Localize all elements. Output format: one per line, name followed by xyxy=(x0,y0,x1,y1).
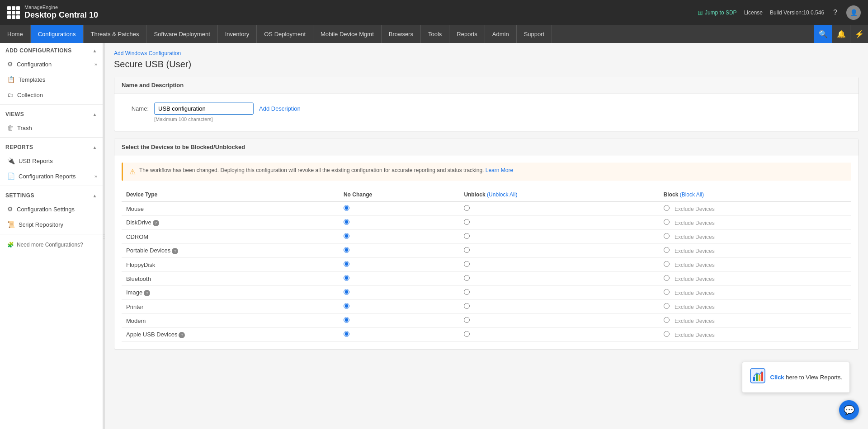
add-description-link[interactable]: Add Description xyxy=(259,103,301,112)
exclude-devices-link[interactable]: Exclude Devices xyxy=(673,248,715,254)
sidebar-item-templates[interactable]: 📋 Templates xyxy=(0,72,103,87)
no-change-radio[interactable] xyxy=(344,275,349,281)
nav-admin[interactable]: Admin xyxy=(485,25,517,43)
no-change-cell xyxy=(339,258,459,272)
help-icon[interactable]: ? xyxy=(153,220,159,226)
jump-to-sdp[interactable]: ⊞ Jump to SDP xyxy=(698,9,737,16)
help-icon[interactable]: ? xyxy=(172,248,178,254)
nav-threats-patches[interactable]: Threats & Patches xyxy=(84,25,147,43)
sidebar-item-configuration[interactable]: ⚙ Configuration » xyxy=(0,56,103,72)
need-more-configs[interactable]: 🧩 Need more Configurations? xyxy=(0,236,103,253)
no-change-radio[interactable] xyxy=(344,289,349,295)
sidebar-reports-header[interactable]: Reports ▲ xyxy=(0,140,103,153)
block-radio[interactable] xyxy=(664,233,670,239)
breadcrumb[interactable]: Add Windows Configuration xyxy=(114,50,859,56)
nav-tools[interactable]: Tools xyxy=(421,25,449,43)
sidebar-item-trash[interactable]: 🗑 Trash xyxy=(0,120,103,135)
search-button[interactable]: 🔍 xyxy=(814,25,832,43)
unblock-radio[interactable] xyxy=(464,275,470,281)
exclude-devices-link[interactable]: Exclude Devices xyxy=(673,304,715,310)
block-radio[interactable] xyxy=(664,247,670,253)
exclude-devices-link[interactable]: Exclude Devices xyxy=(673,332,715,338)
no-change-radio[interactable] xyxy=(344,205,349,211)
block-radio[interactable] xyxy=(664,289,670,295)
divider-3 xyxy=(0,186,103,186)
unblock-radio[interactable] xyxy=(464,317,470,323)
exclude-devices-link[interactable]: Exclude Devices xyxy=(673,276,715,282)
no-change-radio[interactable] xyxy=(344,261,349,267)
sidebar-item-script-repo[interactable]: 📜 Script Repository xyxy=(0,217,103,232)
no-change-radio[interactable] xyxy=(344,219,349,225)
nav-reports[interactable]: Reports xyxy=(449,25,485,43)
max-chars-hint: [Maximum 100 characters] xyxy=(154,117,851,122)
warning-text: The workflow has been changed. Deploying… xyxy=(139,167,513,173)
notification-button[interactable]: 🔔 xyxy=(832,25,850,43)
unblock-radio[interactable] xyxy=(464,247,470,253)
unblock-cell xyxy=(459,272,659,286)
unblock-radio[interactable] xyxy=(464,261,470,267)
unblock-radio[interactable] xyxy=(464,331,470,337)
device-type-cell: CDROM xyxy=(122,230,339,244)
exclude-devices-link[interactable]: Exclude Devices xyxy=(673,206,715,212)
nav-browsers[interactable]: Browsers xyxy=(382,25,421,43)
no-change-radio[interactable] xyxy=(344,303,349,309)
unblock-radio[interactable] xyxy=(464,219,470,225)
nav-software-deployment[interactable]: Software Deployment xyxy=(146,25,217,43)
unblock-radio[interactable] xyxy=(464,289,470,295)
power-button[interactable]: ⚡ xyxy=(850,25,868,43)
click-here-link[interactable]: Click xyxy=(770,374,784,381)
block-radio[interactable] xyxy=(664,275,670,281)
help-icon[interactable]: ? xyxy=(179,332,185,338)
warning-icon: ⚠ xyxy=(129,168,136,176)
nav-support[interactable]: Support xyxy=(517,25,552,43)
nav-mobile-device[interactable]: Mobile Device Mgmt xyxy=(313,25,382,43)
no-change-radio[interactable] xyxy=(344,247,349,253)
no-change-radio[interactable] xyxy=(344,317,349,323)
help-icon[interactable]: ? xyxy=(144,290,150,296)
sidebar-item-collection[interactable]: 🗂 Collection xyxy=(0,87,103,103)
unblock-radio[interactable] xyxy=(464,205,470,211)
no-change-radio[interactable] xyxy=(344,233,349,239)
unblock-radio[interactable] xyxy=(464,233,470,239)
block-radio[interactable] xyxy=(664,331,670,337)
sidebar-settings-header[interactable]: Settings ▲ xyxy=(0,188,103,201)
block-radio[interactable] xyxy=(664,317,670,323)
sidebar-item-config-settings[interactable]: ⚙ Configuration Settings xyxy=(0,201,103,217)
unblock-cell xyxy=(459,216,659,230)
arrow-right-icon-2: » xyxy=(94,173,97,179)
block-radio[interactable] xyxy=(664,261,670,267)
device-type-cell: FloppyDisk xyxy=(122,258,339,272)
sidebar-item-config-reports[interactable]: 📄 Configuration Reports » xyxy=(0,168,103,184)
sidebar-add-configs-header[interactable]: Add Configurations ▲ xyxy=(0,43,103,56)
app-grid-icon[interactable] xyxy=(7,6,20,19)
exclude-devices-link[interactable]: Exclude Devices xyxy=(673,220,715,226)
exclude-devices-link[interactable]: Exclude Devices xyxy=(673,318,715,324)
learn-more-link[interactable]: Learn More xyxy=(486,167,513,173)
name-input[interactable] xyxy=(154,103,254,115)
block-radio[interactable] xyxy=(664,205,670,211)
exclude-devices-link[interactable]: Exclude Devices xyxy=(673,262,715,268)
no-change-cell xyxy=(339,244,459,258)
no-change-radio[interactable] xyxy=(344,331,349,337)
nav-home[interactable]: Home xyxy=(0,25,31,43)
exclude-devices-link[interactable]: Exclude Devices xyxy=(673,234,715,240)
nav-os-deployment[interactable]: OS Deployment xyxy=(257,25,313,43)
nav-inventory[interactable]: Inventory xyxy=(218,25,257,43)
no-change-cell xyxy=(339,216,459,230)
block-radio[interactable] xyxy=(664,219,670,225)
exclude-devices-link[interactable]: Exclude Devices xyxy=(673,290,715,296)
unblock-all-link[interactable]: (Unblock All) xyxy=(487,191,517,198)
svg-rect-2 xyxy=(756,374,758,381)
avatar[interactable]: 👤 xyxy=(846,5,861,20)
block-radio[interactable] xyxy=(664,303,670,309)
help-button[interactable]: ? xyxy=(831,7,839,19)
col-no-change: No Change xyxy=(339,188,459,202)
unblock-cell xyxy=(459,328,659,342)
sidebar-item-usb-reports[interactable]: 🔌 USB Reports xyxy=(0,153,103,168)
unblock-radio[interactable] xyxy=(464,303,470,309)
license-link[interactable]: License xyxy=(744,9,763,16)
chat-bubble[interactable]: 💬 xyxy=(839,400,859,420)
nav-configurations[interactable]: Configurations xyxy=(31,25,84,43)
block-all-link[interactable]: (Block All) xyxy=(680,191,704,198)
sidebar-views-header[interactable]: Views ▲ xyxy=(0,107,103,120)
